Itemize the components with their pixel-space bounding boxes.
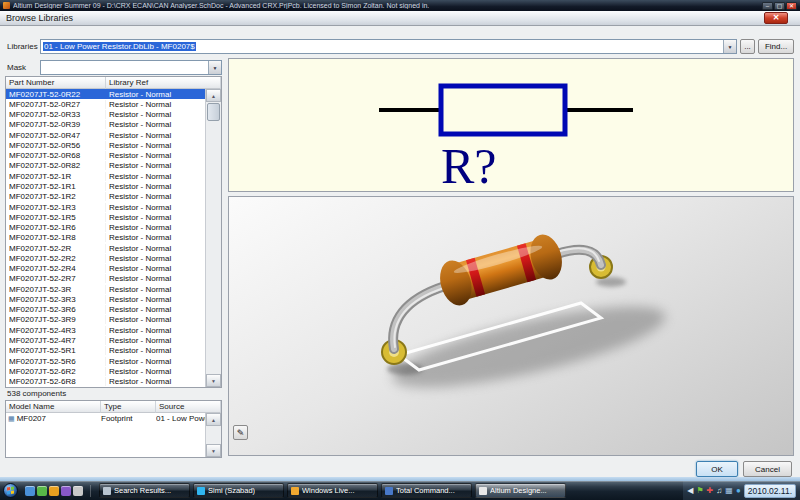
taskbar-button-icon — [291, 487, 299, 495]
part-row[interactable]: MF0207JT-52-1R1Resistor - Normal — [6, 181, 205, 191]
resistor-3d-model — [229, 197, 793, 455]
scroll-down-icon[interactable]: ▼ — [206, 444, 221, 457]
part-row[interactable]: MF0207JT-52-1RResistor - Normal — [6, 171, 205, 181]
part-number-cell: MF0207JT-52-1R5 — [6, 213, 106, 222]
pencil-icon[interactable]: ✎ — [233, 425, 248, 440]
scroll-down-icon[interactable]: ▼ — [206, 374, 221, 387]
part-row[interactable]: MF0207JT-52-0R56Resistor - Normal — [6, 140, 205, 150]
part-row[interactable]: MF0207JT-52-0R47Resistor - Normal — [6, 130, 205, 140]
mask-combobox[interactable]: ▼ — [40, 60, 222, 75]
library-ref-cell: Resistor - Normal — [106, 151, 205, 160]
taskbar: Search Results...Simi (Szabad)Windows Li… — [0, 481, 800, 500]
taskbar-button-icon — [479, 487, 487, 495]
quick-launch-icon-5[interactable] — [73, 486, 83, 496]
part-row[interactable]: MF0207JT-52-3R9Resistor - Normal — [6, 315, 205, 325]
taskbar-button[interactable]: Search Results... — [99, 483, 190, 498]
library-ref-cell: Resistor - Normal — [106, 161, 205, 170]
window-controls: – ▢ ✕ — [762, 2, 797, 10]
scrollbar-track[interactable] — [206, 122, 221, 374]
part-row[interactable]: MF0207JT-52-6R2Resistor - Normal — [6, 366, 205, 376]
column-header-source[interactable]: Source — [156, 401, 221, 413]
part-number-cell: MF0207JT-52-3R — [6, 285, 106, 294]
part-row[interactable]: MF0207JT-52-2RResistor - Normal — [6, 243, 205, 253]
taskbar-button[interactable]: Windows Live... — [287, 483, 378, 498]
column-header-type[interactable]: Type — [101, 401, 156, 413]
part-row[interactable]: MF0207JT-52-2R7Resistor - Normal — [6, 274, 205, 284]
part-row[interactable]: MF0207JT-52-2R2Resistor - Normal — [6, 253, 205, 263]
hidden-icons-arrow-icon[interactable]: ◀ — [687, 487, 693, 495]
taskbar-button[interactable]: Altium Designe... — [475, 483, 566, 498]
quick-launch-icon-2[interactable] — [37, 486, 47, 496]
part-row[interactable]: MF0207JT-52-5R1Resistor - Normal — [6, 346, 205, 356]
part-row[interactable]: MF0207JT-52-1R3Resistor - Normal — [6, 202, 205, 212]
part-row[interactable]: MF0207JT-52-6R8Resistor - Normal — [6, 376, 205, 386]
chevron-down-icon[interactable]: ▼ — [208, 61, 221, 74]
scroll-up-icon[interactable]: ▲ — [206, 89, 221, 102]
library-ref-cell: Resistor - Normal — [106, 213, 205, 222]
libraries-combobox-value: 01 - Low Power Resistor.DbLib - MF0207$ — [41, 40, 723, 53]
dialog-title: Browse Libraries — [6, 13, 73, 23]
part-row[interactable]: MF0207JT-52-0R82Resistor - Normal — [6, 161, 205, 171]
column-header-part-number[interactable]: Part Number — [6, 77, 106, 89]
part-row[interactable]: MF0207JT-52-1R2Resistor - Normal — [6, 192, 205, 202]
scrollbar-thumb[interactable] — [207, 103, 220, 121]
tray-network-icon[interactable]: ▦ — [725, 487, 733, 495]
mask-label: Mask — [7, 63, 26, 72]
part-row[interactable]: MF0207JT-52-2R4Resistor - Normal — [6, 264, 205, 274]
library-ref-cell: Resistor - Normal — [106, 336, 205, 345]
part-row[interactable]: MF0207JT-52-0R27Resistor - Normal — [6, 99, 205, 109]
tray-status-icon[interactable]: ● — [736, 487, 741, 495]
windows-logo-icon — [7, 487, 14, 495]
part-number-cell: MF0207JT-52-0R82 — [6, 161, 106, 170]
part-row[interactable]: MF0207JT-52-1R5Resistor - Normal — [6, 212, 205, 222]
part-row[interactable]: MF0207JT-52-1R6Resistor - Normal — [6, 222, 205, 232]
tray-flag-icon[interactable]: ⚑ — [696, 487, 703, 495]
start-button[interactable] — [3, 483, 18, 498]
library-ref-cell: Resistor - Normal — [106, 295, 205, 304]
part-row[interactable]: MF0207JT-52-1R8Resistor - Normal — [6, 233, 205, 243]
model-list: ▦MF0207Footprint01 - Low Power R — [6, 413, 205, 457]
quick-launch-icon-4[interactable] — [61, 486, 71, 496]
maximize-icon[interactable]: ▢ — [774, 2, 785, 10]
column-header-library-ref[interactable]: Library Ref — [106, 77, 221, 89]
scrollbar-track[interactable] — [206, 426, 221, 444]
minimize-icon[interactable]: – — [762, 2, 773, 10]
part-row[interactable]: MF0207JT-52-4R7Resistor - Normal — [6, 335, 205, 345]
chevron-down-icon[interactable]: ▼ — [723, 40, 736, 53]
part-number-cell: MF0207JT-52-5R1 — [6, 346, 106, 355]
taskbar-button[interactable]: Simi (Szabad) — [193, 483, 284, 498]
part-row[interactable]: MF0207JT-52-0R68Resistor - Normal — [6, 151, 205, 161]
browse-more-button[interactable]: ... — [740, 39, 755, 54]
find-button[interactable]: Find... — [758, 39, 794, 54]
library-ref-cell: Resistor - Normal — [106, 172, 205, 181]
part-number-cell: MF0207JT-52-4R7 — [6, 336, 106, 345]
taskbar-clock[interactable]: 2010.02.11. — [744, 484, 796, 498]
footprint-3d-preview[interactable] — [228, 196, 794, 456]
quick-launch-icon-1[interactable] — [25, 486, 35, 496]
parts-list: MF0207JT-52-0R22Resistor - NormalMF0207J… — [6, 89, 205, 387]
part-row[interactable]: MF0207JT-52-0R39Resistor - Normal — [6, 120, 205, 130]
column-header-model-name[interactable]: Model Name — [6, 401, 101, 413]
model-row[interactable]: ▦MF0207Footprint01 - Low Power R — [6, 413, 205, 424]
ok-button[interactable]: OK — [696, 461, 738, 477]
part-row[interactable]: MF0207JT-52-3R6Resistor - Normal — [6, 305, 205, 315]
part-row[interactable]: MF0207JT-52-4R3Resistor - Normal — [6, 325, 205, 335]
part-row[interactable]: MF0207JT-52-5R6Resistor - Normal — [6, 356, 205, 366]
part-row[interactable]: MF0207JT-52-0R33Resistor - Normal — [6, 110, 205, 120]
tray-volume-icon[interactable]: ♫ — [716, 487, 722, 495]
model-table-header: Model Name Type Source — [6, 401, 221, 413]
quick-launch-icon-3[interactable] — [49, 486, 59, 496]
part-row[interactable]: MF0207JT-52-3R3Resistor - Normal — [6, 294, 205, 304]
cancel-button[interactable]: Cancel — [743, 461, 792, 477]
tray-health-icon[interactable]: ✚ — [707, 487, 714, 495]
dialog-close-icon[interactable]: ✕ — [764, 12, 788, 24]
part-number-cell: MF0207JT-52-3R6 — [6, 305, 106, 314]
scroll-up-icon[interactable]: ▲ — [206, 413, 221, 426]
part-row[interactable]: MF0207JT-52-0R22Resistor - Normal — [6, 89, 205, 99]
part-row[interactable]: MF0207JT-52-3RResistor - Normal — [6, 284, 205, 294]
taskbar-button[interactable]: Total Command... — [381, 483, 472, 498]
model-scrollbar[interactable]: ▲ ▼ — [205, 413, 221, 457]
parts-scrollbar[interactable]: ▲ ▼ — [205, 89, 221, 387]
libraries-combobox[interactable]: 01 - Low Power Resistor.DbLib - MF0207$ … — [40, 39, 737, 54]
close-icon[interactable]: ✕ — [786, 2, 797, 10]
